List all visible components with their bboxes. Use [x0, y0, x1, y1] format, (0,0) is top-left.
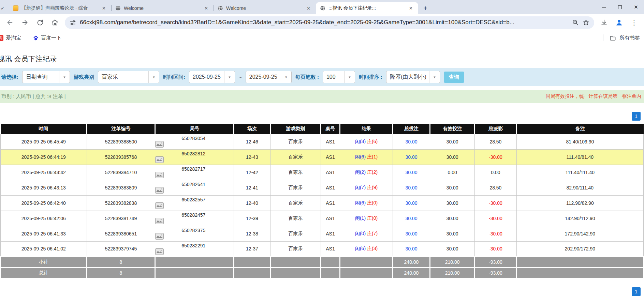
close-tab-icon[interactable]: ✕	[101, 5, 107, 12]
new-tab-button[interactable]: +	[420, 3, 430, 13]
cell-time: 2025-09-25 06:42:40	[1, 195, 87, 211]
cell-round-id: 650283054	[155, 134, 234, 149]
chevron-down-icon: ▾	[59, 71, 70, 83]
reload-button[interactable]	[33, 16, 46, 29]
sort-select[interactable]: 降幂(由大到小) ▾	[386, 71, 440, 83]
total-bet-link[interactable]: 30.00	[405, 246, 417, 251]
total-bet-link[interactable]: 30.00	[405, 231, 417, 236]
page-1-button[interactable]: 1	[632, 112, 641, 121]
game-type-select[interactable]: 百家乐 ▾	[98, 71, 159, 83]
bookmark-taobao[interactable]: 淘 爱淘宝	[0, 35, 21, 41]
close-tab-icon[interactable]: ✕	[203, 5, 209, 12]
video-thumbnail-icon[interactable]	[155, 187, 164, 194]
cell-bet-id: 522839383809	[87, 180, 155, 195]
download-icon	[600, 19, 608, 26]
forward-button[interactable]	[18, 16, 31, 29]
date-start-select[interactable]: 2025-09-25 ▾	[189, 71, 235, 83]
summary-empty-cell	[234, 257, 270, 267]
tab-bet-records-active[interactable]: :::视讯 会员下注纪录::: ✕	[316, 2, 418, 14]
query-type-select[interactable]: 日期查询 ▾	[22, 71, 70, 83]
cell-game-type: 百家乐	[270, 134, 321, 149]
total-bet-link[interactable]: 30.00	[405, 170, 417, 175]
cell-note: 172.90/142.90	[516, 226, 643, 241]
video-thumbnail-icon[interactable]	[155, 202, 164, 209]
video-thumbnail-icon[interactable]	[155, 233, 164, 240]
close-tab-icon[interactable]: ✕	[305, 5, 312, 12]
cell-total-bet[interactable]: 30.00	[393, 226, 430, 241]
video-thumbnail-icon[interactable]	[155, 156, 164, 163]
address-bar[interactable]: 66cxkj98.com/game/betrecord_search/kind3…	[65, 16, 594, 29]
bookmark-baidu[interactable]: 百度一下	[33, 35, 61, 41]
home-button[interactable]	[48, 16, 61, 29]
tab-welcome-2[interactable]: Welcome ✕	[214, 2, 316, 14]
per-page-select[interactable]: 100 ▾	[323, 71, 355, 83]
total-bet-link[interactable]: 30.00	[405, 139, 417, 144]
video-thumbnail-icon[interactable]	[155, 218, 164, 224]
cell-result: 闲(6) 庄(0)	[340, 195, 393, 211]
search-button[interactable]: 查询	[444, 72, 464, 83]
total-bet-link[interactable]: 30.00	[405, 154, 417, 160]
result-banker: 庄(0)	[367, 200, 378, 205]
pagination-bottom: 1	[0, 287, 644, 296]
minimize-icon	[602, 7, 606, 7]
total-bet-link[interactable]: 30.00	[405, 216, 417, 221]
cell-bet-id: 522839379745	[87, 241, 155, 257]
profile-button[interactable]	[613, 16, 626, 29]
menu-button[interactable]: ⋮	[628, 16, 641, 29]
cell-note: 112.90/82.90	[516, 195, 643, 211]
video-thumbnail-icon[interactable]	[155, 172, 164, 178]
cell-total-bet[interactable]: 30.00	[393, 211, 430, 226]
tab-forum[interactable]: 【新提醒】海燕策略论坛 - 综合 ✕	[9, 2, 111, 14]
video-thumbnail-icon[interactable]	[155, 141, 164, 148]
cell-time: 2025-09-25 06:44:19	[1, 149, 87, 165]
page-1-button[interactable]: 1	[632, 287, 641, 296]
total-bet-link[interactable]: 30.00	[405, 185, 417, 190]
zoom-out-icon[interactable]	[572, 19, 579, 26]
sort-value: 降幂(由大到小)	[386, 74, 429, 81]
back-button[interactable]	[3, 16, 16, 29]
tab-welcome-1[interactable]: Welcome ✕	[111, 2, 214, 14]
col-game-type: 游戏类别	[270, 124, 321, 134]
cell-game-type: 百家乐	[270, 149, 321, 165]
all-bookmarks[interactable]: 所有书签	[603, 34, 640, 41]
result-player: 闲(2)	[355, 169, 366, 175]
cell-game-type: 百家乐	[270, 241, 321, 257]
summary-empty-cell	[270, 267, 321, 278]
summary-empty-cell	[516, 267, 643, 278]
cell-session: 12-46	[234, 134, 270, 149]
cell-total-bet[interactable]: 30.00	[393, 180, 430, 195]
cell-payout: -30.00	[475, 226, 517, 241]
close-tab-icon[interactable]: ✕	[408, 5, 414, 12]
sort-label: 时间排序 :	[359, 74, 382, 80]
cell-total-bet[interactable]: 30.00	[393, 241, 430, 257]
result-player: 闲(0)	[355, 231, 366, 236]
cell-valid-bet: 30.00	[430, 149, 475, 165]
minimize-button[interactable]	[596, 0, 612, 14]
cell-round-id: 650282717	[155, 165, 234, 180]
close-window-button[interactable]: ✕	[628, 0, 644, 14]
maximize-button[interactable]	[612, 0, 628, 14]
cell-total-bet[interactable]: 30.00	[393, 165, 430, 180]
date-end-select[interactable]: 2025-09-25 ▾	[246, 71, 292, 83]
col-payout: 总派彩	[475, 124, 517, 134]
site-settings-icon[interactable]	[70, 19, 76, 26]
cell-valid-bet: 0.00	[430, 165, 475, 180]
cell-total-bet[interactable]: 30.00	[393, 149, 430, 165]
cell-time: 2025-09-25 06:41:02	[1, 241, 87, 257]
video-thumbnail-icon[interactable]	[155, 248, 164, 255]
chevron-down-icon: ▾	[224, 71, 235, 83]
total-bet-link[interactable]: 30.00	[405, 200, 417, 206]
bookmark-star-icon[interactable]	[583, 19, 589, 26]
all-bookmarks-label: 所有书签	[619, 35, 640, 41]
tab-title: :::视讯 会员下注纪录:::	[328, 5, 405, 11]
result-player: 闲(3)	[355, 139, 366, 144]
cell-table-no: AS1	[321, 241, 340, 257]
cell-result: 闲(7) 庄(9)	[340, 180, 393, 195]
cell-valid-bet: 30.00	[430, 180, 475, 195]
cell-total-bet[interactable]: 30.00	[393, 134, 430, 149]
download-button[interactable]	[598, 16, 611, 29]
result-player: 闲(6)	[355, 154, 366, 159]
cell-total-bet[interactable]: 30.00	[393, 195, 430, 211]
summary-empty-cell	[321, 267, 340, 278]
cell-note: 111.40/111.40	[516, 165, 643, 180]
